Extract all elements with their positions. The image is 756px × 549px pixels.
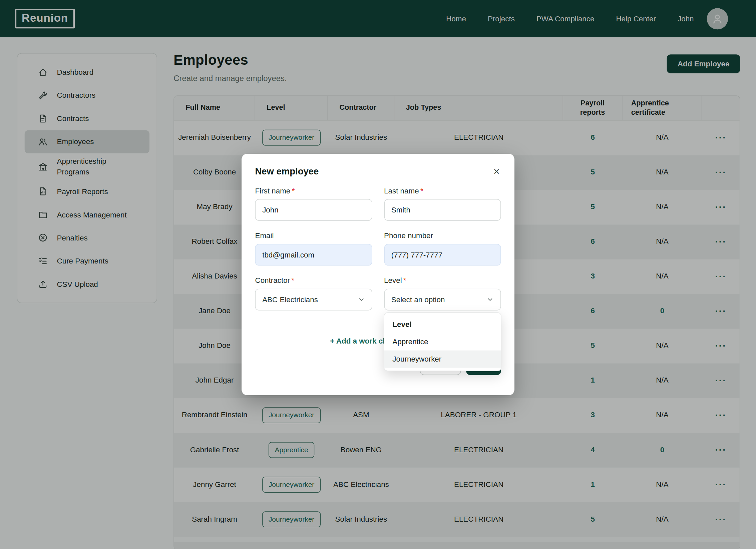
modal-header: New employee ✕ — [255, 166, 501, 177]
level-select-value: Select an option — [391, 295, 445, 304]
email-label: Email — [255, 231, 372, 240]
phone-field: Phone number — [384, 231, 501, 266]
dropdown-group-label: Level — [384, 316, 501, 333]
first-name-field: First name* — [255, 186, 372, 221]
required-marker: * — [420, 186, 423, 195]
chevron-down-icon — [486, 296, 494, 303]
contractor-select-value: ABC Electricians — [262, 295, 318, 304]
required-marker: * — [403, 276, 406, 285]
contractor-field: Contractor* ABC Electricians — [255, 276, 372, 311]
level-dropdown-menu: Level Apprentice Journeyworker — [384, 312, 501, 371]
chevron-down-icon — [358, 296, 365, 303]
level-select[interactable]: Select an option — [384, 289, 501, 311]
new-employee-modal: New employee ✕ First name* Last name* Em… — [242, 154, 514, 395]
email-input[interactable] — [255, 244, 372, 265]
dropdown-option-apprentice[interactable]: Apprentice — [384, 333, 501, 351]
app-window: Reunion Home Projects PWA Compliance Hel… — [0, 0, 756, 549]
close-icon[interactable]: ✕ — [492, 166, 501, 176]
email-field: Email — [255, 231, 372, 266]
required-marker: * — [291, 276, 294, 285]
last-name-field: Last name* — [384, 186, 501, 221]
last-name-input[interactable] — [384, 199, 501, 221]
phone-label: Phone number — [384, 231, 501, 240]
last-name-label: Last name — [384, 186, 419, 195]
modal-form: First name* Last name* Email Phone numbe… — [255, 186, 501, 310]
level-label: Level — [384, 276, 402, 285]
phone-input[interactable] — [384, 244, 501, 265]
required-marker: * — [292, 186, 295, 195]
first-name-input[interactable] — [255, 199, 372, 221]
contractor-select[interactable]: ABC Electricians — [255, 289, 372, 311]
first-name-label: First name — [255, 186, 290, 195]
contractor-label: Contractor — [255, 276, 290, 285]
dropdown-option-journeyworker[interactable]: Journeyworker — [384, 351, 501, 368]
modal-title: New employee — [255, 166, 319, 177]
level-field: Level* Select an option — [384, 276, 501, 311]
